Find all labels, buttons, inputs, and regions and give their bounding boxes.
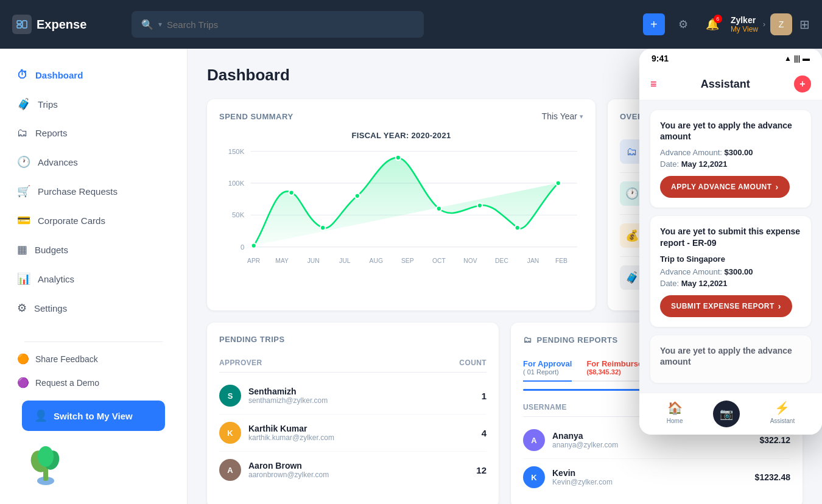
budgets-icon: ▦ — [17, 243, 27, 256]
sidebar-label-advances: Advances — [38, 157, 78, 167]
sidebar-item-analytics[interactable]: 📊 Analytics — [0, 264, 187, 293]
svg-rect-0 — [17, 21, 21, 24]
sidebar-label-settings: Settings — [34, 303, 67, 313]
mobile-time: 9:41 — [652, 54, 669, 63]
mobile-expense-advance-row: Advance Amount: $300.00 — [660, 267, 801, 276]
report-row: K Kevin Kevin@zylker.com $1232.48 — [523, 459, 790, 495]
report-amount-1: $322.12 — [759, 435, 790, 445]
spend-year-filter[interactable]: This Year ▾ — [542, 111, 583, 121]
apply-advance-arrow-icon: › — [776, 182, 779, 192]
sidebar-item-purchase-requests[interactable]: 🛒 Purchase Requests — [0, 177, 187, 206]
svg-point-16 — [251, 243, 256, 248]
report-avatar-2: K — [523, 466, 545, 488]
apps-grid-icon[interactable]: ⊞ — [799, 17, 810, 32]
search-icon: 🔍 — [141, 19, 153, 30]
signal-icon: ||| — [794, 54, 800, 63]
mobile-expense-advance-value: $300.00 — [725, 267, 753, 276]
pending-count-1: 1 — [482, 391, 487, 401]
sidebar-item-budgets[interactable]: ▦ Budgets — [0, 235, 187, 264]
pending-count-2: 4 — [482, 428, 487, 438]
pending-trips-title: PENDING TRIPS — [219, 335, 285, 344]
user-view: My View — [731, 25, 758, 33]
pending-email-1: senthamizh@zylker.com — [248, 396, 328, 405]
pending-avatar-2: K — [219, 422, 241, 444]
report-info-1: Ananya ananya@zylker.com — [552, 431, 618, 449]
mobile-footer: 🏠 Home 📷 ⚡ Assistant — [639, 393, 822, 435]
svg-text:100K: 100K — [228, 180, 245, 187]
sidebar-label-purchase-requests: Purchase Requests — [38, 186, 118, 197]
tab-for-approval[interactable]: For Approval ( 01 Report) — [523, 354, 572, 382]
logo-icon — [12, 15, 32, 34]
sidebar-item-dashboard[interactable]: ⏱ Dashboard — [0, 61, 187, 89]
sidebar-nav: ⏱ Dashboard 🧳 Trips 🗂 Reports 🕐 Advances… — [0, 61, 187, 331]
sidebar-item-advances[interactable]: 🕐 Advances — [0, 147, 187, 177]
search-bar[interactable]: 🔍 ▾ — [132, 11, 424, 38]
sidebar-item-settings[interactable]: ⚙ Settings — [0, 293, 187, 323]
sidebar-item-reports[interactable]: 🗂 Reports — [0, 119, 187, 147]
request-demo-label: Request a Demo — [35, 378, 99, 388]
mobile-body: You are yet to apply the advance amount … — [639, 100, 822, 393]
app-name: Expense — [37, 18, 86, 32]
search-dropdown-icon[interactable]: ▾ — [158, 20, 162, 29]
trips-icon: 🧳 — [17, 97, 30, 111]
request-demo-link[interactable]: 🟣 Request a Demo — [12, 371, 175, 394]
mobile-menu-icon[interactable]: ≡ — [650, 78, 657, 91]
settings-button[interactable]: ⚙ — [672, 13, 694, 35]
svg-text:50K: 50K — [232, 211, 245, 219]
svg-point-19 — [355, 194, 360, 198]
svg-point-7 — [38, 446, 54, 467]
svg-text:JUL: JUL — [339, 257, 351, 264]
purchase-requests-icon: 🛒 — [17, 184, 30, 198]
spend-summary-header: SPEND SUMMARY This Year ▾ — [219, 111, 583, 121]
pending-avatar-3: A — [219, 459, 241, 481]
pending-email-2: karthik.kumar@zylker.com — [248, 433, 334, 442]
report-name-1: Ananya — [552, 431, 618, 441]
mobile-add-button[interactable]: + — [794, 75, 811, 93]
mobile-header: ≡ Assistant + — [639, 68, 822, 100]
notifications-button[interactable]: 🔔 6 — [701, 13, 723, 35]
col-count: COUNT — [459, 359, 487, 367]
pending-info-1: Senthamizh senthamizh@zylker.com — [248, 387, 328, 405]
sidebar-item-corporate-cards[interactable]: 💳 Corporate Cards — [0, 206, 187, 235]
share-feedback-link[interactable]: 🟠 Share Feedback — [12, 347, 175, 371]
notification-badge: 6 — [714, 15, 722, 23]
mobile-assistant-title: Assistant — [701, 78, 750, 91]
search-input[interactable] — [167, 19, 414, 30]
plant-decoration — [24, 443, 67, 486]
mobile-advance-date-value: May 12,2021 — [681, 159, 728, 169]
add-button[interactable]: + — [643, 13, 665, 35]
share-feedback-icon: 🟠 — [17, 353, 29, 365]
mobile-expense-date-value: May 12,2021 — [681, 279, 728, 288]
svg-text:0: 0 — [241, 243, 244, 251]
mobile-card-advance-2: You are yet to apply the advance amount — [650, 335, 811, 383]
mobile-camera-button[interactable]: 📷 — [713, 401, 740, 427]
pending-avatar-1: S — [219, 385, 241, 407]
mobile-trip-label: Trip to Singapore — [660, 254, 801, 264]
submit-expense-label: SUBMIT EXPENSE REPORT — [671, 302, 775, 310]
apply-advance-button[interactable]: APPLY ADVANCE AMOUNT › — [660, 176, 790, 198]
sidebar-item-trips[interactable]: 🧳 Trips — [0, 89, 187, 119]
user-name: Zylker — [731, 15, 758, 25]
mobile-home-button[interactable]: 🏠 Home — [667, 401, 683, 427]
mobile-status-icons: ▲ ||| ▬ — [784, 54, 810, 63]
mobile-camera-icon: 📷 — [713, 401, 740, 427]
mobile-home-icon: 🏠 — [667, 401, 683, 415]
report-email-2: Kevin@zylker.com — [552, 478, 613, 486]
share-feedback-label: Share Feedback — [35, 354, 98, 364]
mobile-advance-amount-value: $300.00 — [725, 148, 753, 157]
user-profile[interactable]: Zylker My View › Z — [731, 13, 792, 35]
switch-view-button[interactable]: 👤 Switch to My View — [22, 401, 165, 431]
chart-title: FISCAL YEAR: 2020-2021 — [219, 131, 583, 140]
sidebar-divider — [24, 341, 163, 342]
sidebar-plant — [12, 437, 175, 486]
mobile-assistant-button[interactable]: ⚡ Assistant — [770, 401, 795, 427]
svg-text:JAN: JAN — [527, 257, 539, 264]
spend-summary-card: SPEND SUMMARY This Year ▾ FISCAL YEAR: 2… — [207, 99, 595, 310]
request-demo-icon: 🟣 — [17, 377, 29, 388]
spend-summary-title: SPEND SUMMARY — [219, 112, 293, 121]
spend-year-chevron-icon: ▾ — [580, 113, 583, 121]
spend-chart-svg: 150K 100K 50K 0 — [219, 145, 583, 279]
page-title: Dashboard — [207, 66, 290, 85]
svg-rect-1 — [17, 25, 21, 28]
submit-expense-button[interactable]: SUBMIT EXPENSE REPORT › — [660, 295, 792, 317]
